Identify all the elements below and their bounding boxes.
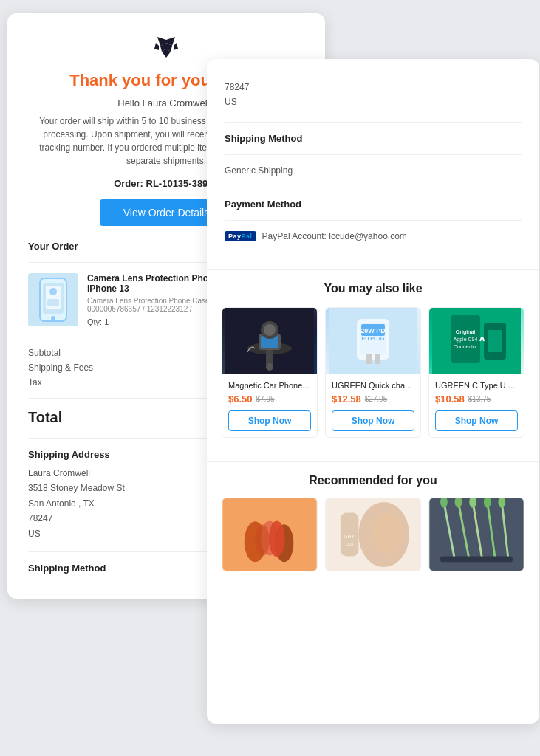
svg-rect-53 [440, 556, 513, 562]
product-name-1: Magnetic Car Phone... [228, 380, 311, 391]
divider-front-2 [225, 154, 522, 155]
svg-rect-28 [488, 330, 502, 352]
recommended-grid: GHY LIDI [222, 498, 524, 571]
product-image-car-mount [222, 308, 317, 374]
address-country: US [28, 529, 41, 539]
svg-point-5 [51, 316, 55, 320]
front-shipping-value: Generic Shipping [225, 165, 522, 176]
store-logo [148, 35, 184, 62]
product-card-2: 20W PD EU PLUG UGREEN Quick cha... $12.5… [325, 307, 421, 438]
product-info-3: UGREEN C Type U ... $10.58 $13.75 Shop N… [429, 374, 524, 437]
svg-text:Apple C94: Apple C94 [454, 337, 478, 343]
recommended-title: Recommended for you [222, 474, 524, 487]
shop-now-button-2[interactable]: Shop Now [332, 410, 414, 431]
divider-front-4 [225, 220, 522, 221]
original-price-1: $7.95 [256, 395, 275, 403]
sale-price-2: $12.58 [332, 394, 361, 405]
product-card-3: Original Apple C94 Connector UGREEN C Ty… [428, 307, 524, 438]
svg-text:LIDI: LIDI [345, 542, 353, 546]
svg-rect-18 [375, 354, 380, 364]
recommended-section: Recommended for you [207, 461, 539, 583]
product-image-cable: Original Apple C94 Connector [429, 308, 524, 374]
svg-point-34 [269, 520, 285, 557]
cable-svg: Original Apple C94 Connector [432, 308, 521, 374]
recommendations-card: 78247 US Shipping Method Generic Shippin… [207, 59, 539, 724]
svg-point-37 [372, 513, 403, 554]
price-row-3: $10.58 $13.75 [435, 394, 518, 405]
product-card-1: Magnetic Car Phone... $6.50 $7.95 Shop N… [222, 307, 318, 438]
divider-front-3 [225, 188, 522, 188]
zip-text: 78247 [225, 82, 249, 92]
front-top-section: 78247 US Shipping Method Generic Shippin… [207, 59, 539, 269]
product-image-charger: 20W PD EU PLUG [326, 308, 420, 374]
rec-card-2: GHY LIDI [325, 498, 421, 571]
country-text: US [225, 97, 237, 107]
product-name-2: UGREEN Quick cha... [332, 380, 414, 391]
svg-point-33 [255, 524, 270, 556]
shop-now-button-3[interactable]: Shop Now [435, 410, 518, 431]
svg-text:GHY: GHY [344, 534, 355, 539]
address-city-state: San Antonio , TX [28, 498, 95, 509]
address-name: Laura Cromwell [28, 468, 90, 478]
shop-now-button-1[interactable]: Shop Now [228, 410, 311, 431]
svg-rect-17 [366, 354, 372, 364]
svg-text:20W PD: 20W PD [360, 327, 386, 334]
paypal-email: PayPal Account: lccude@yahoo.com [262, 231, 407, 241]
product-info-2: UGREEN Quick cha... $12.58 $27.95 Shop N… [326, 374, 420, 437]
zip-country: 78247 US [225, 80, 522, 110]
product-name-3: UGREEN C Type U ... [435, 380, 518, 391]
product-grid: Magnetic Car Phone... $6.50 $7.95 Shop N… [222, 307, 524, 438]
payment-method-section: Payment Method PayPal PayPal Account: lc… [225, 199, 522, 241]
svg-rect-4 [47, 299, 59, 306]
paypal-badge: PayPal [225, 231, 256, 241]
charger-svg: 20W PD EU PLUG [329, 308, 417, 374]
price-row-1: $6.50 $7.95 [228, 394, 311, 405]
svg-text:EU PLUG: EU PLUG [362, 336, 385, 341]
you-may-like-section: You may also like [207, 269, 539, 461]
shipping-label: Shipping & Fees [28, 362, 93, 373]
front-shipping-label: Shipping Method [225, 133, 522, 144]
product-info-1: Magnetic Car Phone... $6.50 $7.95 Shop N… [222, 374, 317, 437]
front-shipping-method: Shipping Method Generic Shipping [225, 133, 522, 176]
svg-rect-12 [266, 350, 273, 365]
sale-price-3: $10.58 [435, 394, 465, 405]
car-mount-svg [225, 308, 314, 374]
paypal-row: PayPal PayPal Account: lccude@yahoo.com [225, 231, 522, 241]
address-street: 3518 Stoney Meadow St [28, 483, 125, 493]
svg-point-3 [49, 288, 57, 295]
original-price-2: $27.95 [365, 395, 388, 403]
rec-img-makeup [222, 498, 317, 571]
rec-img-brushes [429, 498, 524, 571]
divider-front-1 [225, 122, 522, 123]
sale-price-1: $6.50 [228, 394, 253, 405]
payment-method-label: Payment Method [225, 199, 522, 210]
address-zip: 78247 [28, 513, 52, 523]
svg-point-11 [264, 324, 276, 336]
rec-img-skincare: GHY LIDI [326, 498, 420, 571]
tax-label: Tax [28, 377, 42, 388]
svg-point-13 [266, 363, 273, 371]
rec-card-1 [222, 498, 318, 571]
product-image [28, 273, 78, 326]
rec-card-3 [428, 498, 524, 571]
you-may-like-title: You may also like [222, 282, 524, 295]
svg-text:Original: Original [456, 329, 476, 335]
svg-text:Connector: Connector [454, 344, 478, 349]
phone-case-svg [34, 277, 72, 323]
price-row-2: $12.58 $27.95 [332, 394, 414, 405]
total-label: Total [28, 409, 62, 426]
subtotal-label: Subtotal [28, 348, 61, 358]
original-price-3: $13.75 [468, 395, 491, 403]
